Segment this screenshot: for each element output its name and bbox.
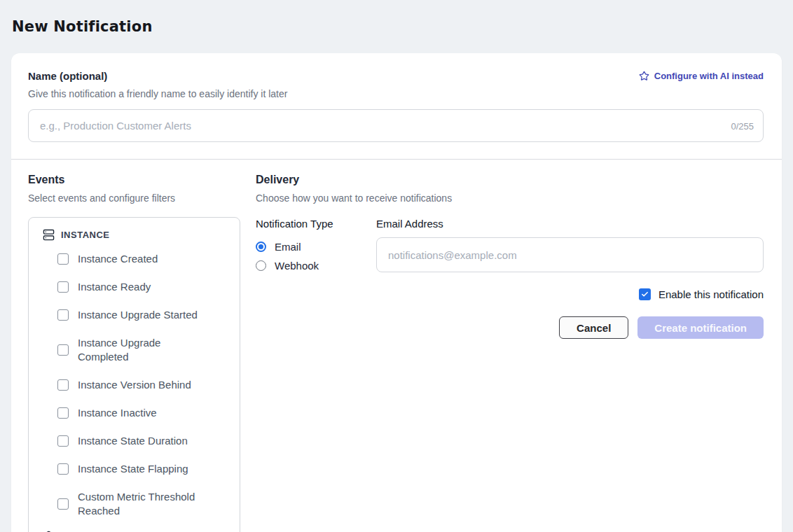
page-title: New Notification (0, 0, 793, 36)
events-subtitle: Select events and configure filters (28, 192, 240, 205)
event-item-label: Custom Metric Threshold Reached (78, 490, 204, 518)
event-item-label: Instance Inactive (78, 406, 157, 420)
event-checkbox-item[interactable]: Custom Metric Threshold Reached (57, 483, 230, 525)
events-title: Events (28, 172, 240, 188)
event-item-label: Instance Upgrade Completed (78, 336, 204, 364)
configure-with-ai-label: Configure with AI instead (654, 71, 764, 81)
event-checkbox-item[interactable]: Instance Version Behind (57, 371, 230, 399)
unchecked-checkbox-icon (57, 309, 69, 321)
event-checkbox-item[interactable]: Instance Upgrade Started (57, 301, 230, 329)
event-checkbox-item[interactable]: Instance State Duration (57, 427, 230, 455)
event-checkbox-item[interactable]: Instance Upgrade Completed (57, 329, 230, 371)
unchecked-checkbox-icon (57, 344, 69, 356)
event-checkbox-item[interactable]: Instance Inactive (57, 399, 230, 427)
event-checkbox-item[interactable]: Instance Ready (57, 273, 230, 301)
radio-option-email[interactable]: Email (256, 237, 376, 256)
event-checkbox-item[interactable]: Instance Created (57, 245, 230, 273)
event-item-label: Instance Upgrade Started (78, 308, 198, 322)
unchecked-checkbox-icon (57, 498, 69, 510)
radio-option-label: Webhook (275, 260, 319, 272)
radio-option-webhook[interactable]: Webhook (256, 256, 376, 275)
server-icon (43, 229, 55, 241)
events-column: Events Select events and configure filte… (28, 172, 240, 532)
delivery-column: Delivery Choose how you want to receive … (256, 172, 764, 532)
name-description: Give this notification a friendly name t… (28, 88, 764, 99)
enable-notification-toggle[interactable]: Enable this notification (376, 288, 764, 300)
name-label: Name (optional) (28, 70, 107, 82)
event-item-label: Instance State Flapping (78, 462, 188, 476)
create-notification-button[interactable]: Create notification (637, 316, 764, 339)
email-address-input[interactable] (376, 237, 764, 272)
events-panel: INSTANCEInstance CreatedInstance ReadyIn… (28, 217, 240, 532)
star-icon (639, 71, 649, 81)
unchecked-checkbox-icon (57, 463, 69, 475)
event-item-label: Instance State Duration (78, 434, 188, 448)
unchecked-checkbox-icon (57, 435, 69, 447)
char-counter: 0/255 (731, 120, 754, 131)
configure-with-ai-link[interactable]: Configure with AI instead (639, 71, 764, 81)
unchecked-checkbox-icon (57, 379, 69, 391)
name-section: Name (optional) Configure with AI instea… (11, 53, 782, 159)
radio-option-label: Email (275, 241, 301, 253)
email-address-label: Email Address (376, 217, 764, 231)
delivery-title: Delivery (256, 172, 764, 188)
delivery-subtitle: Choose how you want to receive notificat… (256, 192, 764, 205)
new-notification-card: Name (optional) Configure with AI instea… (11, 53, 782, 532)
event-item-label: Instance Version Behind (78, 378, 191, 392)
notification-name-input[interactable] (28, 109, 764, 142)
notification-type-label: Notification Type (256, 217, 376, 231)
radio-button-icon (256, 260, 266, 271)
event-group-name: INSTANCE (61, 230, 109, 240)
event-checkbox-item[interactable]: Instance State Flapping (57, 455, 230, 483)
event-group-header-instance: INSTANCE (43, 229, 230, 241)
event-item-label: Instance Ready (78, 280, 151, 294)
unchecked-checkbox-icon (57, 281, 69, 293)
checked-checkbox-icon (639, 288, 651, 300)
cancel-button[interactable]: Cancel (559, 316, 628, 339)
event-item-label: Instance Created (78, 252, 158, 266)
unchecked-checkbox-icon (57, 253, 69, 265)
radio-button-icon (256, 241, 266, 252)
unchecked-checkbox-icon (57, 407, 69, 419)
enable-notification-label: Enable this notification (658, 288, 764, 300)
